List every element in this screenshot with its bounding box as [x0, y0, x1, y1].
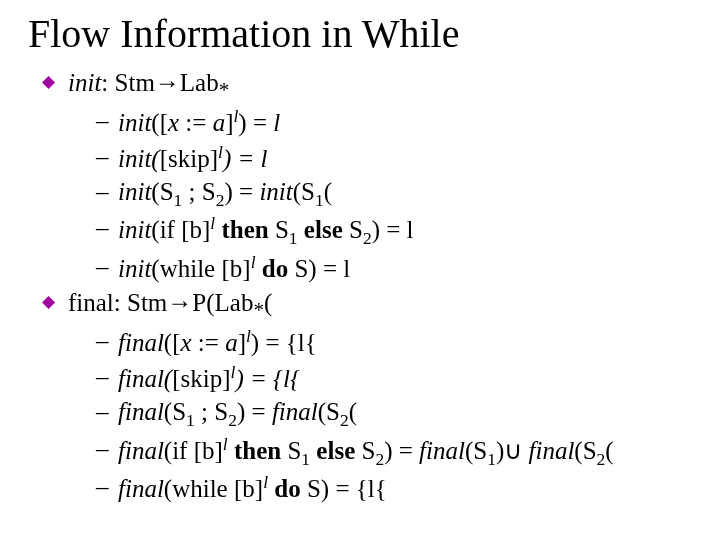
bullet-init: init: Stm→Lab* init([x := a]l) = l init(…	[42, 67, 702, 285]
init-head-star: *	[219, 78, 230, 102]
t: final	[118, 437, 164, 464]
init-kw: init	[68, 69, 101, 96]
t: S	[269, 217, 289, 244]
t: (S	[574, 437, 596, 464]
t: ([	[151, 110, 168, 137]
init-item-seq: init(S1 ; S2) = init(S1(	[96, 176, 702, 211]
t: ([	[164, 330, 181, 357]
final-sublist: final([x := a]l) = {l{ final([skip]l) = …	[68, 325, 702, 505]
final-head-tail: (	[264, 289, 272, 316]
init-sublist: init([x := a]l) = l init([skip]l) = l in…	[68, 105, 702, 285]
t: (S	[151, 178, 173, 205]
init-head-post: : Stm→Lab	[101, 69, 218, 96]
t: (	[605, 437, 613, 464]
t: (S	[164, 398, 186, 425]
t: S) = {l{	[301, 476, 387, 503]
t: a	[225, 330, 238, 357]
t: [skip]	[160, 145, 218, 172]
t: ) =	[384, 437, 419, 464]
t: 2	[228, 410, 237, 430]
t: do	[256, 255, 289, 282]
t: 2	[375, 449, 384, 469]
t: (S	[465, 437, 487, 464]
t: :=	[179, 110, 213, 137]
t: ) =	[238, 110, 273, 137]
t: ) = {l{	[235, 365, 300, 392]
t: 1	[315, 190, 324, 210]
t: then	[215, 217, 268, 244]
t: init	[118, 255, 151, 282]
final-item-assign: final([x := a]l) = {l{	[96, 325, 702, 359]
t: then	[228, 437, 281, 464]
t: S	[281, 437, 301, 464]
final-head: final: Stm→P(Lab*(	[68, 289, 272, 316]
t: ) =	[223, 145, 261, 172]
t: ) = l	[372, 217, 414, 244]
t: 1	[301, 449, 310, 469]
t: (if [b]	[151, 217, 210, 244]
t: 1	[289, 229, 298, 249]
t: ) =	[237, 398, 272, 425]
t: 2	[363, 229, 372, 249]
t: ) =	[224, 178, 259, 205]
final-item-if: final(if [b]l then S1 else S2) = final(S…	[96, 433, 702, 471]
t: init	[118, 110, 151, 137]
t: ; S	[195, 398, 228, 425]
final-item-while: final(while [b]l do S) = {l{	[96, 471, 702, 505]
t: init	[118, 217, 151, 244]
t: 1	[487, 449, 496, 469]
t: (while [b]	[151, 255, 250, 282]
t: final	[528, 437, 574, 464]
bullet-final: final: Stm→P(Lab*( final([x := a]l) = {l…	[42, 287, 702, 505]
t: S	[343, 217, 363, 244]
t: final	[118, 330, 164, 357]
t: (if [b]	[164, 437, 223, 464]
t: x	[168, 110, 179, 137]
t: :=	[192, 330, 226, 357]
t: [skip]	[172, 365, 230, 392]
final-item-skip: final([skip]l) = {l{	[96, 361, 702, 395]
t: S	[355, 437, 375, 464]
init-item-skip: init([skip]l) = l	[96, 141, 702, 175]
t: x	[181, 330, 192, 357]
t: 2	[597, 449, 606, 469]
t: l	[273, 110, 280, 137]
final-item-seq: final(S1 ; S2) = final(S2(	[96, 396, 702, 431]
t: l	[261, 145, 268, 172]
t: )∪	[496, 437, 529, 464]
t: (S	[318, 398, 340, 425]
slide-title: Flow Information in While	[28, 10, 702, 57]
t: final	[118, 476, 164, 503]
t: init(	[118, 145, 160, 172]
t: a	[213, 110, 226, 137]
init-head: init: Stm→Lab*	[68, 69, 229, 96]
t: ) = {l{	[251, 330, 317, 357]
init-item-while: init(while [b]l do S) = l	[96, 251, 702, 285]
t: 2	[340, 410, 349, 430]
final-head-text: final: Stm→P(Lab	[68, 289, 253, 316]
t: S) = l	[288, 255, 350, 282]
t: final(	[118, 365, 172, 392]
t: final	[272, 398, 318, 425]
init-item-if: init(if [b]l then S1 else S2) = l	[96, 212, 702, 250]
t: ; S	[182, 178, 215, 205]
t: else	[298, 217, 343, 244]
t: ]	[238, 330, 246, 357]
t: init	[118, 178, 151, 205]
t: final	[118, 398, 164, 425]
t: init	[259, 178, 292, 205]
t: final	[419, 437, 465, 464]
t: 1	[186, 410, 195, 430]
t: (	[324, 178, 332, 205]
t: (	[349, 398, 357, 425]
init-item-assign: init([x := a]l) = l	[96, 105, 702, 139]
t: (S	[293, 178, 315, 205]
slide: Flow Information in While init: Stm→Lab*…	[0, 0, 720, 540]
t: else	[310, 437, 355, 464]
t: do	[268, 476, 301, 503]
final-head-star: *	[253, 298, 264, 322]
t: (while [b]	[164, 476, 263, 503]
content-list: init: Stm→Lab* init([x := a]l) = l init(…	[28, 67, 702, 506]
